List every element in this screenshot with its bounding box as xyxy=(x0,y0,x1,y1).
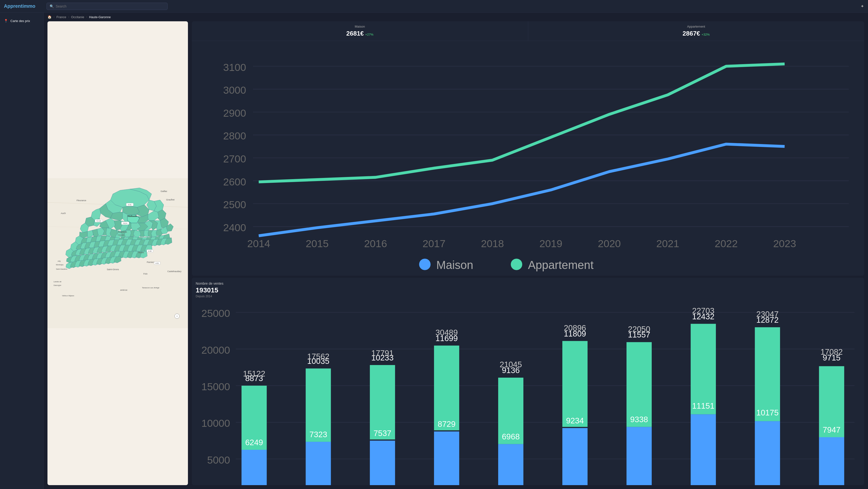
svg-text:2018: 2018 xyxy=(481,238,504,249)
svg-rect-216 xyxy=(242,450,267,485)
svg-rect-240 xyxy=(498,444,523,485)
svg-text:10000: 10000 xyxy=(202,418,230,429)
svg-rect-234 xyxy=(434,432,459,485)
sidebar: 📍 Carte des prix xyxy=(0,12,43,489)
svg-text:Foix: Foix xyxy=(144,272,148,275)
svg-text:11151: 11151 xyxy=(692,401,714,410)
svg-text:20896: 20896 xyxy=(564,323,586,332)
svg-rect-247 xyxy=(562,341,588,427)
map-container[interactable]: Fleurance Auch Graulhet Toulouse Casteln… xyxy=(48,21,188,485)
home-icon: 🏠 xyxy=(48,15,52,19)
svg-text:3000: 3000 xyxy=(223,84,246,96)
line-chart-svg: 3100 3000 2900 2800 2700 2600 2500 2400 … xyxy=(196,43,860,272)
svg-text:Cazaux: Cazaux xyxy=(118,234,124,236)
svg-text:2017: 2017 xyxy=(423,238,445,249)
svg-text:21045: 21045 xyxy=(500,360,522,369)
svg-text:2400: 2400 xyxy=(223,222,246,233)
svg-text:6968: 6968 xyxy=(502,432,520,441)
map-pin-icon: 📍 xyxy=(4,19,8,23)
svg-text:Landes de: Landes de xyxy=(54,281,62,283)
sales-count: 193015 xyxy=(196,286,860,294)
svg-rect-270 xyxy=(819,437,844,485)
svg-text:zdy: zdy xyxy=(58,260,61,262)
right-panels: Maison 2681€ +27% Appartement 2867€ +32% xyxy=(188,21,864,485)
sales-since: Depuis 2014 xyxy=(196,295,860,298)
appartement-label: Appartement xyxy=(533,25,860,28)
svg-text:22703: 22703 xyxy=(692,306,714,315)
appartement-price: 2867€ xyxy=(682,30,700,37)
svg-text:7537: 7537 xyxy=(373,429,392,438)
svg-text:15122: 15122 xyxy=(243,369,265,378)
svg-text:2016: 2016 xyxy=(364,238,387,249)
svg-text:N 124: N 124 xyxy=(97,220,101,222)
svg-text:2019: 2019 xyxy=(539,238,562,249)
sun-icon[interactable]: ✦ xyxy=(861,4,864,9)
svg-text:15000: 15000 xyxy=(202,381,230,392)
map-panels: Fleurance Auch Graulhet Toulouse Casteln… xyxy=(43,21,868,489)
svg-rect-259 xyxy=(691,324,716,415)
svg-text:i: i xyxy=(177,315,177,318)
main-layout: 📍 Carte des prix 🏠 › France › Occitanie … xyxy=(0,12,868,489)
svg-text:A 61: A 61 xyxy=(155,262,159,264)
svg-rect-228 xyxy=(370,441,395,485)
maison-price: 2681€ xyxy=(346,30,364,37)
svg-text:Appartement: Appartement xyxy=(528,259,594,271)
breadcrumb-sep-3: › xyxy=(86,15,87,19)
search-input[interactable] xyxy=(56,4,164,8)
svg-text:Fleurance: Fleurance xyxy=(76,199,86,202)
svg-text:17791: 17791 xyxy=(371,349,394,358)
svg-text:2021: 2021 xyxy=(656,238,679,249)
svg-text:7947: 7947 xyxy=(823,425,841,434)
svg-text:Castelnaudary: Castelnaudary xyxy=(167,270,182,272)
svg-text:Gascogne: Gascogne xyxy=(54,285,61,286)
svg-text:5000: 5000 xyxy=(207,454,230,466)
svg-text:Auch: Auch xyxy=(61,212,66,215)
maison-label: Maison xyxy=(197,25,523,28)
svg-text:Maison: Maison xyxy=(436,259,473,271)
svg-text:2500: 2500 xyxy=(223,199,246,210)
svg-text:25000: 25000 xyxy=(202,307,230,319)
svg-text:22050: 22050 xyxy=(628,325,650,334)
svg-text:7323: 7323 xyxy=(309,430,327,439)
svg-text:30489: 30489 xyxy=(435,328,458,337)
breadcrumb-france[interactable]: France xyxy=(56,15,66,19)
svg-rect-235 xyxy=(434,346,459,430)
svg-text:Gaillac: Gaillac xyxy=(161,190,167,192)
appartement-change: +32% xyxy=(702,33,710,36)
svg-text:2023: 2023 xyxy=(773,238,796,249)
sales-panel: Nombre de ventes 193015 Depuis 2014 xyxy=(192,278,864,485)
price-header: Maison 2681€ +27% Appartement 2867€ +32% xyxy=(192,21,864,41)
breadcrumb-haute-garonne[interactable]: Haute-Garonne xyxy=(89,15,111,19)
breadcrumb: 🏠 › France › Occitanie › Haute-Garonne xyxy=(43,12,868,21)
breadcrumb-sep: › xyxy=(54,15,55,19)
svg-text:17562: 17562 xyxy=(307,352,330,361)
bar-chart-svg: 25000 20000 15000 10000 5000 0 xyxy=(196,301,860,485)
breadcrumb-occitanie[interactable]: Occitanie xyxy=(71,15,84,19)
price-panel: Maison 2681€ +27% Appartement 2867€ +32% xyxy=(192,21,864,276)
svg-rect-265 xyxy=(755,327,780,421)
svg-point-202 xyxy=(511,259,522,270)
svg-text:2900: 2900 xyxy=(223,107,246,119)
breadcrumb-sep-2: › xyxy=(68,15,69,19)
svg-text:Montrejau: Montrejau xyxy=(56,264,63,266)
maison-change: +27% xyxy=(365,33,373,36)
svg-text:A 66: A 66 xyxy=(148,250,152,252)
svg-text:17082: 17082 xyxy=(820,348,843,357)
svg-text:Vielha e Mijaran: Vielha e Mijaran xyxy=(62,295,74,297)
svg-text:9338: 9338 xyxy=(630,415,648,424)
svg-text:Bagneres: Bagneres xyxy=(118,231,127,233)
sidebar-item-carte-des-prix[interactable]: 📍 Carte des prix xyxy=(0,17,43,25)
logo: Apprentimmo xyxy=(4,3,42,9)
svg-text:Tarascon-sur-Ariège: Tarascon-sur-Ariège xyxy=(142,287,160,289)
svg-point-200 xyxy=(419,259,431,270)
svg-text:2015: 2015 xyxy=(306,238,329,249)
svg-rect-252 xyxy=(626,427,652,485)
svg-text:ARIÈGE: ARIÈGE xyxy=(120,289,127,291)
search-icon: 🔍 xyxy=(50,4,54,8)
svg-rect-264 xyxy=(755,421,780,485)
header-right: ✦ xyxy=(861,4,864,9)
svg-text:23047: 23047 xyxy=(756,309,779,319)
svg-text:8729: 8729 xyxy=(438,420,456,429)
search-box[interactable]: 🔍 xyxy=(46,3,167,10)
svg-text:2020: 2020 xyxy=(598,238,621,249)
